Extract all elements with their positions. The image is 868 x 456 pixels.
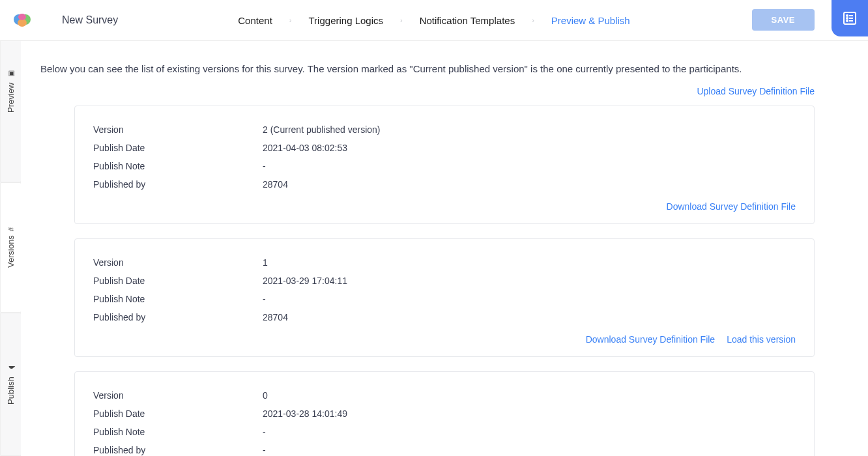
row-value-publish_note: - <box>263 294 266 304</box>
nav-step-triggering[interactable]: Triggering Logics <box>297 11 396 30</box>
row-label-publish_date: Publish Date <box>93 276 263 286</box>
rail-tab-publish[interactable]: Publish ☁ <box>0 313 21 456</box>
row-label-publish_note: Publish Note <box>93 161 263 171</box>
download-definition-link[interactable]: Download Survey Definition File <box>667 201 796 212</box>
row-label-publish_date: Publish Date <box>93 408 263 419</box>
nav-step-preview-publish[interactable]: Preview & Publish <box>540 11 642 30</box>
nav-step-notification[interactable]: Notification Templates <box>408 11 527 30</box>
version-row: Publish Note- <box>93 157 796 175</box>
side-panel-toggle[interactable] <box>832 0 868 36</box>
row-label-publish_date: Publish Date <box>93 143 263 153</box>
chevron-right-icon: › <box>400 16 403 24</box>
svg-point-9 <box>846 20 848 21</box>
rail-tab-versions-label: Versions <box>6 235 16 268</box>
version-row: Published by28704 <box>93 175 796 193</box>
brain-icon <box>12 12 33 29</box>
left-rail: Preview ▣ Versions # Publish ☁ <box>0 0 21 456</box>
row-value-version: 1 <box>263 257 268 268</box>
version-card: Version0Publish Date2021-03-28 14:01:49P… <box>74 371 815 456</box>
rail-tab-publish-label: Publish <box>6 377 16 405</box>
nav-steps: Content › Triggering Logics › Notificati… <box>226 11 641 30</box>
card-actions: Download Survey Definition File <box>93 193 796 212</box>
rail-tab-versions[interactable]: Versions # <box>0 182 21 313</box>
version-row: Published by- <box>93 441 796 456</box>
row-label-version: Version <box>93 124 263 135</box>
save-button[interactable]: SAVE <box>752 9 815 31</box>
version-row: Version0 <box>93 386 796 405</box>
row-label-published_by: Published by <box>93 445 263 455</box>
row-label-publish_note: Publish Note <box>93 294 263 304</box>
svg-point-7 <box>846 18 848 19</box>
row-value-published_by: 28704 <box>263 312 288 322</box>
version-row: Version1 <box>93 253 796 272</box>
publish-icon: ☁ <box>7 364 15 373</box>
upload-row: Upload Survey Definition File <box>40 86 848 96</box>
row-label-version: Version <box>93 257 263 268</box>
version-cards: Version2 (Current published version)Publ… <box>40 106 848 456</box>
version-row: Publish Note- <box>93 423 796 441</box>
load-version-link[interactable]: Load this version <box>727 334 796 345</box>
app-logo[interactable] <box>10 7 36 33</box>
row-label-published_by: Published by <box>93 312 263 322</box>
card-actions: Download Survey Definition FileLoad this… <box>93 326 796 345</box>
preview-icon: ▣ <box>7 70 15 78</box>
row-label-publish_note: Publish Note <box>93 427 263 437</box>
upload-definition-link[interactable]: Upload Survey Definition File <box>697 86 815 96</box>
row-value-publish_date: 2021-03-29 17:04:11 <box>263 276 347 286</box>
list-icon <box>842 10 858 26</box>
row-value-publish_note: - <box>263 427 266 437</box>
page-title: New Survey <box>62 14 118 26</box>
download-definition-link[interactable]: Download Survey Definition File <box>586 334 715 345</box>
topbar: New Survey Content › Triggering Logics ›… <box>0 0 868 41</box>
versions-icon: # <box>7 227 14 231</box>
version-card: Version2 (Current published version)Publ… <box>74 106 815 224</box>
chevron-right-icon: › <box>289 16 292 24</box>
row-value-published_by: 28704 <box>263 179 288 190</box>
version-card: Version1Publish Date2021-03-29 17:04:11P… <box>74 238 815 357</box>
row-value-published_by: - <box>263 445 266 455</box>
row-value-publish_note: - <box>263 161 266 171</box>
version-row: Version2 (Current published version) <box>93 121 796 139</box>
row-label-version: Version <box>93 390 263 401</box>
version-row: Publish Date2021-03-28 14:01:49 <box>93 405 796 423</box>
version-row: Publish Date2021-03-29 17:04:11 <box>93 272 796 290</box>
version-row: Publish Date2021-04-03 08:02:53 <box>93 139 796 157</box>
version-row: Publish Note- <box>93 290 796 308</box>
main-content: Below you can see the list of existing v… <box>21 41 868 456</box>
svg-point-5 <box>846 15 848 16</box>
chevron-right-icon: › <box>532 16 534 24</box>
row-value-version: 0 <box>263 390 268 401</box>
intro-text: Below you can see the list of existing v… <box>40 63 848 74</box>
row-value-version: 2 (Current published version) <box>263 124 381 135</box>
row-label-published_by: Published by <box>93 179 263 190</box>
row-value-publish_date: 2021-04-03 08:02:53 <box>263 143 347 153</box>
nav-step-content[interactable]: Content <box>226 11 284 30</box>
version-row: Published by28704 <box>93 308 796 326</box>
rail-tab-preview-label: Preview <box>6 82 16 112</box>
svg-point-3 <box>18 14 26 20</box>
row-value-publish_date: 2021-03-28 14:01:49 <box>263 408 347 419</box>
